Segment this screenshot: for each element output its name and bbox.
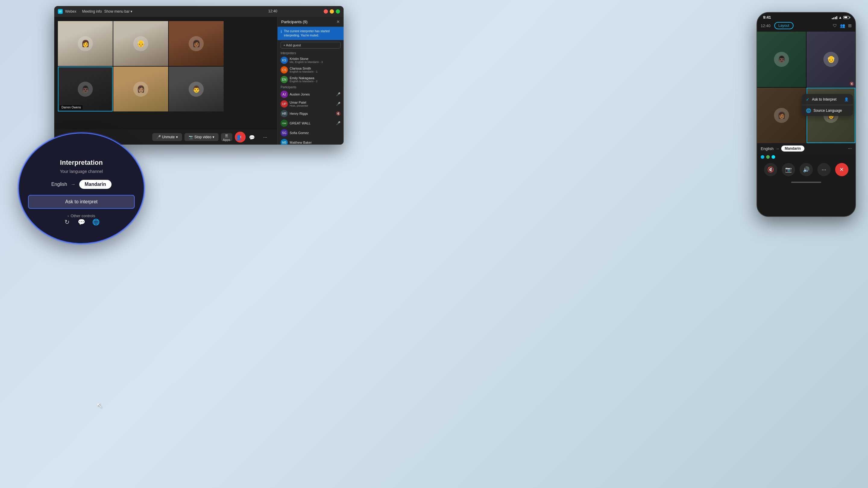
home-bar [791,182,821,183]
phone-bottom-bar: 🔇 📷 🔊 ··· ✕ [757,160,855,179]
kristin-name: Kristin Stone [290,57,341,61]
phone-source-lang: English [761,147,774,151]
people-button[interactable]: 👤 [234,133,244,142]
phone-status-icons: ▲ [832,15,849,20]
close-button[interactable] [324,9,328,13]
phone-lang-arrow: → [775,147,779,151]
minimize-button[interactable] [330,9,334,13]
show-menu-bar[interactable]: Show menu bar ▾ [104,9,132,13]
interpret-user-icon: 👤 [844,97,849,101]
interp-title: Interpretation [60,159,103,167]
interp-lang-row: English → Mandarin [51,180,112,189]
ask-interpret-label: Ask to Interpret [812,97,836,101]
bubble-chat-btn[interactable]: 💬 [76,217,87,227]
apps-button[interactable]: ⊞ Apps [223,133,230,141]
interpretation-bubble: Interpretation Your language channel Eng… [18,133,145,244]
avatar-austen: AJ [281,91,288,98]
globe-icon: 🌐 [806,108,811,113]
battery-icon [843,16,849,19]
phone-more-button[interactable]: ··· [817,163,831,176]
ask-interpret-menu-item[interactable]: ✓ Ask to Interpret 👤 [802,94,853,105]
participant-matthew[interactable]: MB Matthew Baker [278,138,344,144]
notification-text: The current interpreter has started inte… [284,29,341,38]
phone-layout-button[interactable]: Layout [774,22,794,29]
dot-blue [761,155,764,159]
meeting-time: 12:40 [268,9,277,13]
clarissa-name: Clarissa Smith [290,67,341,70]
participant-austen[interactable]: AJ Austen Jones 🎤 [278,90,344,99]
video-cell-4: 👨🏿 Darren Owens [58,67,113,111]
kristin-sub: Me, English to Mandarin - 3 [290,61,341,64]
avatar-umar: UP [281,100,288,107]
check-icon: ✓ [806,97,809,102]
source-language-menu-item[interactable]: 🌐 Source Language [802,105,853,116]
mic-henry: 🔇 [336,111,341,116]
titlebar: W Webex · Meeting info Show menu bar ▾ [54,6,344,17]
dot-cyan [772,155,775,159]
meeting-info-label[interactable]: Meeting info [82,9,101,13]
phone-meeting-time: 12:40 [761,24,771,28]
interpreter-clarissa-info: Clarissa Smith English to Mandarin - 1 [290,67,341,73]
stop-video-button[interactable]: 📷 Stop video ▾ [184,133,219,141]
video-grid: 👩 👴 👩🏾 👨🏿 Darren Owens 👩🏽 👨 [58,21,224,111]
info-icon: ℹ [281,30,282,34]
phone-target-lang-pill: Mandarin [781,145,804,152]
participant-greatwall[interactable]: GW GREAT WALL 🎤 [278,119,344,128]
ask-interpret-button[interactable]: Ask to interpret [28,195,135,209]
interpreter-clarissa[interactable]: CS Clarissa Smith English to Mandarin - … [278,65,344,75]
avatar-emily: EN [281,76,288,83]
maximize-button[interactable] [336,9,340,13]
clarissa-sub: English to Mandarin - 1 [290,70,341,73]
participants-section-label: Participants [278,84,344,90]
phone-more-dots[interactable]: ··· [848,146,852,151]
interpreter-emily[interactable]: EN Emily Nakagawa English to Mandarin - … [278,75,344,84]
mic-greatwall: 🎤 [336,121,341,125]
avatar-clarissa: CS [281,66,288,73]
phone-end-call-button[interactable]: ✕ [835,163,848,176]
phone-video-grid: 👨🏿 👴 🔇 👩🏾 👩 [757,32,855,143]
app-name: Webex [65,9,76,13]
add-guest-button[interactable]: + Add guest [281,42,341,48]
bubble-activity-btn[interactable]: ↻ [61,217,72,227]
panel-header: Participants (9) ✕ [278,17,344,27]
phone-speaker-button[interactable]: 🔊 [800,163,813,176]
phone-activity-dots [757,154,855,160]
interpreters-section-label: Interpreters [278,50,344,56]
phone-header: 12:40 Layout 🛡 👥 ⊞ [757,21,855,32]
bubble-globe-btn[interactable]: 🌐 [90,217,101,227]
phone-mute-icon-2: 🔇 [849,82,854,86]
phone-video-cell-2: 👴 🔇 [807,32,855,87]
source-lang-label: English [51,182,67,187]
dot-green [766,155,770,159]
phone-status-bar: 9:41 ▲ [757,13,855,21]
phone-header-icons: 🛡 👥 ⊞ [833,23,852,28]
unmute-button[interactable]: 🎤 Unmute ▾ [152,133,182,141]
avatar-matthew: MB [281,139,288,144]
interpreter-kristin[interactable]: KS Kristin Stone Me, English to Mandarin… [278,56,344,65]
avatar-greatwall: GW [281,120,288,127]
signal-icon [832,16,837,19]
desktop-window: W Webex · Meeting info Show menu bar ▾ 1… [54,6,344,144]
mobile-phone: 9:41 ▲ 12:40 Layout 🛡 👥 ⊞ 👨🏿 [756,12,856,217]
video-cell-5: 👩🏽 [113,67,168,111]
participant-umar[interactable]: UP Umar Patel Host, presenter 🎤 [278,99,344,109]
more-button[interactable]: ··· [260,133,270,142]
emily-sub: English to Mandarin - 2 [290,80,341,83]
video-cell-3: 👩🏾 [169,21,224,66]
participant-henry[interactable]: HR Henry Riggs 🔇 [278,109,344,119]
phone-lang-row: English → Mandarin ··· [757,143,855,154]
bubble-toolbar: ↻ 💬 🌐 [61,217,101,227]
panel-close-button[interactable]: ✕ [336,19,340,24]
participant-sofia[interactable]: SG Sofia Gomez [278,128,344,138]
matthew-name: Matthew Baker [290,141,341,144]
interpreter-kristin-info: Kristin Stone Me, English to Mandarin - … [290,57,341,64]
avatar-sofia: SG [281,129,288,136]
source-language-label: Source Language [813,108,842,113]
phone-video-button[interactable]: 📷 [782,163,795,176]
phone-shield-icon: 🛡 [833,23,837,28]
message-button[interactable]: 💬 [247,133,257,142]
phone-time: 9:41 [763,15,771,20]
phone-mute-button[interactable]: 🔇 [764,163,777,176]
target-lang-pill: Mandarin [79,180,112,189]
emily-name: Emily Nakagawa [290,76,341,80]
